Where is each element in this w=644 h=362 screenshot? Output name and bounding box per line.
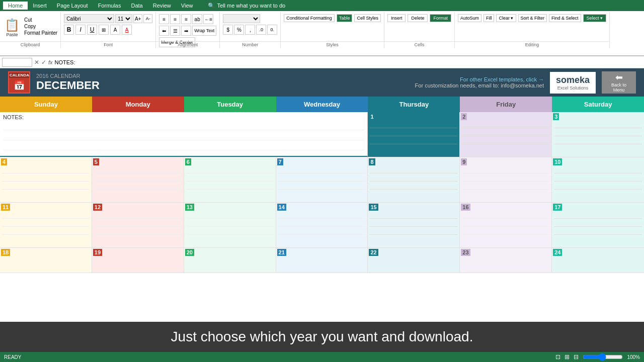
border-button[interactable]: ⊞: [99, 25, 109, 35]
decimal-increase-button[interactable]: .0: [256, 25, 266, 35]
format-cells-button[interactable]: Format: [430, 14, 451, 22]
cal-cell-14[interactable]: 14: [276, 203, 368, 247]
align-top-center-button[interactable]: ≡: [170, 14, 180, 24]
cal-cell-9[interactable]: 9: [460, 157, 552, 202]
cal-cell-8[interactable]: 8: [368, 157, 460, 202]
tab-page-layout[interactable]: Page Layout: [52, 2, 93, 10]
align-top-left-button[interactable]: ≡: [159, 14, 169, 24]
underline-button[interactable]: U: [87, 25, 97, 35]
page-break-view-icon[interactable]: ⊟: [574, 353, 579, 360]
copy-button[interactable]: Copy: [24, 24, 57, 29]
cal-cell-13[interactable]: 13: [184, 203, 276, 247]
tab-home[interactable]: Home: [3, 2, 28, 10]
status-ready: READY: [4, 354, 21, 360]
day-header-monday: Monday: [92, 97, 184, 112]
fill-button[interactable]: Fill: [484, 14, 495, 22]
notes-label: NOTES:: [3, 114, 24, 120]
cal-cell-22[interactable]: 22: [368, 248, 460, 273]
indent-decrease-button[interactable]: ←≡: [203, 14, 213, 24]
cal-cell-10[interactable]: 10: [552, 157, 644, 202]
tab-insert[interactable]: Insert: [28, 2, 52, 10]
overlay-banner: Just choose which year you want and down…: [0, 322, 644, 352]
number-format-select[interactable]: [223, 14, 260, 23]
paste-button[interactable]: 📋 Paste: [3, 15, 21, 40]
cal-cell-3[interactable]: 3: [552, 112, 644, 157]
tab-formulas[interactable]: Formulas: [93, 2, 126, 10]
day-header-wednesday: Wednesday: [276, 97, 368, 112]
cell-styles-button[interactable]: Cell Styles: [354, 14, 381, 22]
currency-button[interactable]: $: [223, 25, 233, 35]
find-select-button[interactable]: Find & Select: [549, 14, 581, 22]
align-center-button[interactable]: ☰: [170, 26, 180, 36]
tab-review[interactable]: Review: [148, 2, 176, 10]
cal-cell-15[interactable]: 15: [368, 203, 460, 247]
clear-button[interactable]: Clear ▾: [496, 14, 516, 22]
insert-cells-button[interactable]: Insert: [387, 14, 406, 22]
cal-cell-16[interactable]: 16: [460, 203, 552, 247]
zoom-slider[interactable]: [583, 354, 623, 359]
tab-view[interactable]: View: [176, 2, 198, 10]
formula-bar-input[interactable]: [55, 59, 642, 65]
cal-cell-24[interactable]: 24: [552, 248, 644, 273]
select-button[interactable]: Select ▾: [583, 14, 607, 22]
number-section-label: Number: [220, 41, 280, 47]
search-placeholder: Tell me what you want to do: [217, 3, 285, 9]
normal-view-icon[interactable]: ⊡: [555, 353, 560, 360]
wrap-text-button[interactable]: Wrap Text: [192, 26, 216, 36]
align-right-button[interactable]: ➡: [181, 26, 191, 36]
cal-cell-21[interactable]: 21: [276, 248, 368, 273]
percent-button[interactable]: %: [234, 25, 244, 35]
decimal-decrease-button[interactable]: 0.: [267, 25, 277, 35]
italic-button[interactable]: I: [75, 25, 86, 35]
confirm-formula-button[interactable]: ✓: [41, 59, 46, 66]
align-top-right-button[interactable]: ≡: [181, 14, 191, 24]
calendar-icon: CALENDAR 📅: [8, 71, 30, 94]
cells-section-label: Cells: [384, 41, 454, 47]
delete-cells-button[interactable]: Delete: [408, 14, 428, 22]
comma-button[interactable]: ,: [245, 25, 255, 35]
font-section-label: Font: [61, 41, 155, 47]
fill-color-button[interactable]: A: [110, 25, 120, 35]
align-left-button[interactable]: ⬅: [159, 26, 169, 36]
format-painter-button[interactable]: Format Painter: [24, 30, 57, 36]
font-name-select[interactable]: Calibri: [64, 14, 114, 23]
cal-cell-17[interactable]: 17: [552, 203, 644, 247]
tab-data[interactable]: Data: [126, 2, 147, 10]
cal-cell-12[interactable]: 12: [92, 203, 184, 247]
date-number-1: 1: [369, 113, 375, 120]
sort-filter-button[interactable]: Sort & Filter: [518, 14, 547, 22]
fx-label: fx: [48, 59, 53, 65]
format-as-table-button[interactable]: Table: [337, 14, 353, 22]
orientation-button[interactable]: ab: [192, 14, 202, 24]
decrease-font-button[interactable]: A-: [143, 14, 152, 23]
notes-cell[interactable]: NOTES:: [0, 112, 368, 157]
cal-cell-20[interactable]: 20: [184, 248, 276, 273]
promo-text: For other Excel templates, click → For c…: [415, 76, 544, 88]
cal-cell-4[interactable]: 4: [0, 157, 92, 202]
cal-cell-11[interactable]: 11: [0, 203, 92, 247]
conditional-formatting-button[interactable]: Conditional Formatting: [284, 14, 335, 22]
day-header-sunday: Sunday: [0, 97, 92, 112]
calendar-title: 2016 CALENDAR DECEMBER: [36, 73, 100, 92]
font-color-button[interactable]: A: [122, 25, 132, 35]
cal-cell-18[interactable]: 18: [0, 248, 92, 273]
increase-font-button[interactable]: A+: [133, 14, 142, 23]
cut-button[interactable]: Cut: [24, 17, 57, 23]
back-to-menu-button[interactable]: ⬅ Back to Menu: [602, 71, 636, 94]
day-header-friday: Friday: [460, 97, 552, 112]
cal-cell-2[interactable]: 2: [460, 112, 552, 157]
cal-cell-7[interactable]: 7: [276, 157, 368, 202]
cal-cell-19[interactable]: 19: [92, 248, 184, 273]
bold-button[interactable]: B: [64, 25, 74, 35]
cal-cell-5[interactable]: 5: [92, 157, 184, 202]
day-header-saturday: Saturday: [552, 97, 644, 112]
cancel-formula-button[interactable]: ✕: [34, 59, 39, 66]
date-number-3: 3: [553, 113, 559, 120]
cal-cell-23[interactable]: 23: [460, 248, 552, 273]
layout-view-icon[interactable]: ⊞: [565, 353, 570, 360]
cal-cell-1[interactable]: 1: [368, 112, 460, 157]
auto-sum-button[interactable]: AutoSum: [458, 14, 481, 22]
cell-name-box[interactable]: [2, 58, 32, 67]
font-size-select[interactable]: 11: [115, 14, 132, 23]
cal-cell-6[interactable]: 6: [184, 157, 276, 202]
